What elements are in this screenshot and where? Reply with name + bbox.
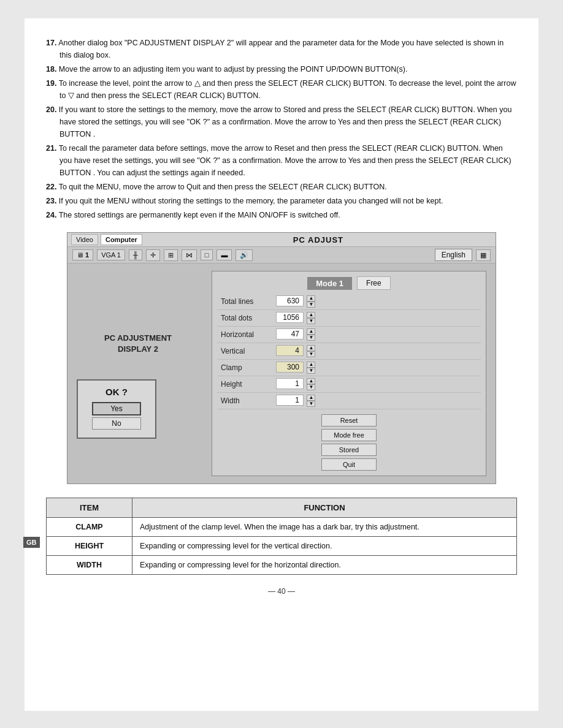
yes-button[interactable]: Yes: [92, 402, 141, 415]
instruction-20: 20. If you want to store the settings to…: [59, 104, 517, 140]
table-header-item: ITEM: [47, 498, 132, 518]
mode-label: Mode 1: [307, 277, 352, 290]
param-row: Height 1 ▲ ▼: [217, 376, 481, 393]
screenshot-body: PC ADJUSTMENT DISPLAY 2 OK ? Yes No Mode…: [67, 264, 496, 483]
param-name: Clamp: [217, 360, 272, 376]
instructions-list: 17. Another dialog box "PC ADJUSTMENT DI…: [46, 37, 517, 221]
reset-button[interactable]: Reset: [321, 414, 377, 427]
speaker-icon[interactable]: 🔊: [236, 249, 253, 261]
arrow-down[interactable]: ▼: [307, 301, 315, 308]
info-table-container: ITEM FUNCTION CLAMP Adjustment of the cl…: [46, 498, 517, 575]
param-value: 47: [276, 328, 304, 339]
arrow-up[interactable]: ▲: [307, 345, 315, 351]
table-row: GBHEIGHT Expanding or compressing level …: [47, 537, 517, 556]
pattern-icon[interactable]: ⋈: [182, 249, 197, 261]
action-buttons: ResetMode freeStoredQuit: [217, 414, 481, 471]
english-button[interactable]: English: [435, 249, 472, 261]
param-value-cell: 1 ▲ ▼: [272, 393, 481, 409]
instruction-21: 21. To recall the parameter data before …: [59, 142, 517, 179]
pc-adjust-screenshot: Video Computer PC ADJUST 🖥 1 VGA 1 ╫ ✛ ⊞…: [67, 232, 496, 484]
right-panel: Mode 1 Free Total lines 630 ▲ ▼ Total do…: [212, 271, 486, 476]
table-item: GBHEIGHT: [47, 537, 132, 556]
mode-free: Free: [357, 276, 391, 290]
arrow-down[interactable]: ▼: [307, 401, 315, 407]
tab-video[interactable]: Video: [71, 234, 98, 245]
arrow-up[interactable]: ▲: [307, 362, 315, 368]
ok-dialog: OK ? Yes No: [77, 379, 156, 439]
blank-icon[interactable]: □: [201, 249, 213, 260]
table-function: Adjustment of the clamp level. When the …: [132, 518, 517, 537]
arrow-up[interactable]: ▲: [307, 395, 315, 401]
spin-arrows[interactable]: ▲ ▼: [307, 312, 315, 324]
quit-button[interactable]: Quit: [321, 458, 377, 471]
spin-arrows[interactable]: ▲ ▼: [307, 362, 315, 374]
vga-label[interactable]: VGA 1: [97, 249, 125, 260]
param-name: Width: [217, 393, 272, 409]
param-row: Horizontal 47 ▲ ▼: [217, 327, 481, 343]
stored-button[interactable]: Stored: [321, 444, 377, 456]
instructions-section: 17. Another dialog box "PC ADJUSTMENT DI…: [46, 37, 517, 221]
param-name: Vertical: [217, 343, 272, 360]
arrow-down[interactable]: ▼: [307, 368, 315, 374]
arrow-up[interactable]: ▲: [307, 295, 315, 301]
copy-icon[interactable]: ⊞: [164, 249, 178, 261]
spin-arrows[interactable]: ▲ ▼: [307, 345, 315, 357]
param-value: 1056: [276, 312, 304, 323]
pc-adjust-bar: Video Computer PC ADJUST: [67, 233, 496, 247]
pc-adjust-title: PC ADJUST: [145, 235, 492, 245]
arrow-up[interactable]: ▲: [307, 328, 315, 335]
table-function: Expanding or compressing level for the v…: [132, 537, 517, 556]
param-value-cell: 300 ▲ ▼: [272, 360, 481, 376]
arrow-down[interactable]: ▼: [307, 335, 315, 341]
table-item: WIDTH: [47, 556, 132, 575]
param-name: Horizontal: [217, 327, 272, 343]
computer-icon-btn: 🖥 1: [72, 249, 93, 260]
param-name: Total lines: [217, 294, 272, 310]
gb-label: GB: [23, 537, 40, 548]
tab-computer[interactable]: Computer: [101, 234, 142, 245]
param-value-cell: 1 ▲ ▼: [272, 376, 481, 393]
param-value: 300: [276, 362, 304, 373]
param-value: 630: [276, 295, 304, 306]
spin-arrows[interactable]: ▲ ▼: [307, 328, 315, 341]
spin-arrows[interactable]: ▲ ▼: [307, 395, 315, 407]
mode-row: Mode 1 Free: [217, 276, 481, 290]
page-number: — 40 —: [46, 587, 517, 596]
spin-arrows[interactable]: ▲ ▼: [307, 378, 315, 390]
param-value: 4: [276, 345, 304, 356]
param-value-cell: 47 ▲ ▼: [272, 327, 481, 343]
param-value-cell: 4 ▲ ▼: [272, 343, 481, 360]
ok-text: OK ?: [87, 387, 146, 397]
params-table: Total lines 630 ▲ ▼ Total dots 1056 ▲ ▼ …: [217, 294, 481, 409]
param-name: Total dots: [217, 310, 272, 327]
arrow-down[interactable]: ▼: [307, 384, 315, 390]
instruction-22: 22. To quit the MENU, move the arrow to …: [59, 181, 517, 193]
menu-icon[interactable]: ▦: [476, 249, 491, 261]
instruction-24: 24. The stored settings are permanently …: [59, 209, 517, 221]
mode-free-button[interactable]: Mode free: [321, 429, 377, 441]
instruction-23: 23. If you quit the MENU without storing…: [59, 195, 517, 207]
param-value-cell: 1056 ▲ ▼: [272, 310, 481, 327]
bar-chart-icon[interactable]: ╫: [129, 249, 142, 260]
table-row: WIDTH Expanding or compressing level for…: [47, 556, 517, 575]
param-value: 1: [276, 378, 304, 389]
spin-arrows[interactable]: ▲ ▼: [307, 295, 315, 308]
instruction-18: 18. Move the arrow to an adjusting item …: [59, 63, 517, 75]
table-header-function: FUNCTION: [132, 498, 517, 518]
arrow-down[interactable]: ▼: [307, 318, 315, 324]
param-value-cell: 630 ▲ ▼: [272, 294, 481, 310]
arrow-down[interactable]: ▼: [307, 351, 315, 357]
instruction-19: 19. To increase the level, point the arr…: [59, 77, 517, 102]
computer-icon: 🖥 1: [77, 251, 89, 259]
no-button[interactable]: No: [92, 417, 141, 430]
move-icon[interactable]: ✛: [146, 249, 160, 261]
param-row: Width 1 ▲ ▼: [217, 393, 481, 409]
info-table: ITEM FUNCTION CLAMP Adjustment of the cl…: [46, 498, 517, 575]
arrow-up[interactable]: ▲: [307, 312, 315, 318]
arrow-up[interactable]: ▲: [307, 378, 315, 384]
table-function: Expanding or compressing level for the h…: [132, 556, 517, 575]
panel-label: PC ADJUSTMENT DISPLAY 2: [77, 333, 199, 355]
screen-icon[interactable]: ▬: [216, 249, 232, 260]
param-row: Clamp 300 ▲ ▼: [217, 360, 481, 376]
param-row: Total lines 630 ▲ ▼: [217, 294, 481, 310]
